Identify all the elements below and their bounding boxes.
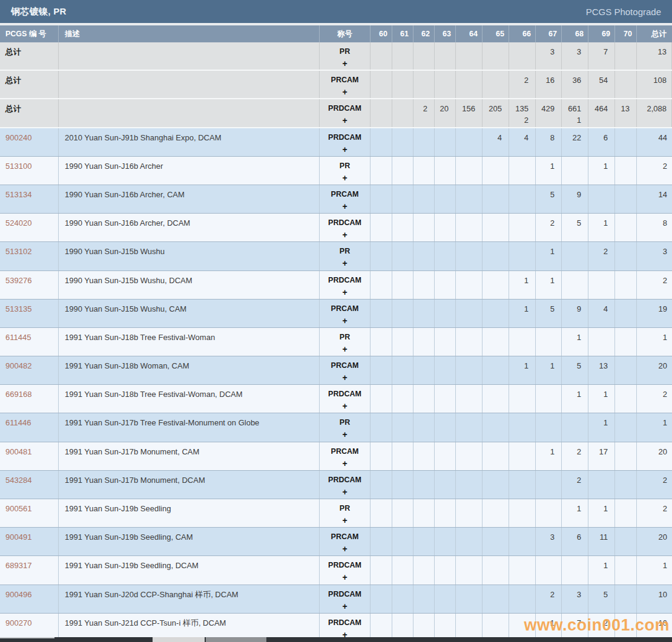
grade-count <box>413 214 434 218</box>
grade-cell <box>392 356 413 384</box>
pcgs-number-link[interactable]: 900240 <box>0 128 58 143</box>
designation-cell: PR+ <box>320 157 371 185</box>
grade-cell: 1 <box>509 271 536 299</box>
grade-cell <box>435 157 456 185</box>
pcgs-number-link[interactable]: 669168 <box>0 385 58 399</box>
row-description: 1990 Yuan Sun-J15b Wushu, CAM <box>59 300 319 314</box>
pcgs-number-link[interactable]: 900491 <box>0 528 58 542</box>
grade-count: 1 <box>588 157 614 171</box>
grade-count <box>456 71 482 75</box>
table-row: 6114461991 Yuan Sun-J17b Tree Festival-M… <box>0 413 672 442</box>
designation-label: PR <box>320 413 370 428</box>
total-cell: 19 <box>637 300 672 327</box>
total-cell: 8 <box>637 214 672 241</box>
pcgs-number-link[interactable]: 513135 <box>0 300 58 314</box>
grade-count <box>371 356 392 361</box>
total-cell: 1 <box>637 556 672 584</box>
total-cell: 1 <box>637 413 672 441</box>
grade-count <box>615 242 636 246</box>
pcgs-number-link[interactable]: 524020 <box>0 214 58 228</box>
grade-cell <box>483 185 509 213</box>
grade-cell <box>615 356 637 384</box>
grade-cell: 1 <box>588 556 615 584</box>
grade-cell <box>392 71 413 98</box>
grade-count <box>536 413 561 418</box>
grade-count: 2 <box>588 614 614 628</box>
pcgs-number-link[interactable]: 689317 <box>0 556 58 571</box>
grade-cell <box>413 42 435 70</box>
grade-cell <box>392 385 413 413</box>
grade-count <box>435 157 455 161</box>
header-cell-grade-64: 64 <box>456 25 483 42</box>
pcgs-number-link[interactable]: 900561 <box>0 499 58 514</box>
grade-cell: 205 <box>483 99 509 126</box>
header-cell-grade-61: 61 <box>392 25 413 42</box>
table-row: 9004961991 Yuan Sun-J20d CCP-Shanghai 样币… <box>0 585 672 614</box>
header-cell-grade-68: 68 <box>562 25 588 42</box>
pcgs-number-link[interactable]: 900270 <box>0 614 58 628</box>
grade-cell: 1 <box>536 271 562 299</box>
grade-count <box>536 499 561 503</box>
grade-count <box>435 185 455 189</box>
grade-count <box>371 585 392 589</box>
grade-cell: 13 <box>615 99 637 126</box>
grade-count <box>509 42 535 47</box>
designation-cell: PRCAM+ <box>320 71 371 98</box>
pcgs-number-link[interactable]: 513134 <box>0 185 58 200</box>
grade-cell: 13 <box>588 356 615 384</box>
row-description: 1991 Yuan Sun-J19b Seedling <box>59 499 319 514</box>
grade-cell <box>435 242 456 270</box>
designation-label: PR <box>320 42 370 57</box>
header-cell-grade-62: 62 <box>413 25 435 42</box>
grade-count: 1 <box>588 385 614 399</box>
description-cell: 1990 Yuan Sun-J16b Archer, CAM <box>59 185 320 213</box>
grade-cell: 1 <box>562 385 588 413</box>
pcgs-number-link[interactable]: 513102 <box>0 242 58 257</box>
grade-cell <box>413 471 435 499</box>
grade-count <box>509 528 535 532</box>
pcgs-number-link[interactable]: 900496 <box>0 585 58 600</box>
grade-count <box>483 385 509 389</box>
pcgs-number-link[interactable]: 539276 <box>0 271 58 286</box>
pcgs-number-link[interactable]: 611446 <box>0 413 58 428</box>
grade-count <box>371 271 392 275</box>
table-row: 9004811991 Yuan Sun-J17b Monument, CAMPR… <box>0 442 672 471</box>
grade-cell <box>509 442 536 470</box>
pcgs-number-link[interactable]: 900481 <box>0 442 58 457</box>
total-cell: 2 <box>637 471 672 499</box>
grade-cell <box>536 328 562 356</box>
grade-count <box>615 442 636 447</box>
header-cell-grade-70: 70 <box>615 25 637 42</box>
photograde-link[interactable]: PCGS Photograde <box>586 7 661 17</box>
designation-label: PRDCAM <box>320 99 370 114</box>
pcgs-number-link[interactable]: 543284 <box>0 471 58 485</box>
grade-count <box>392 42 413 47</box>
grade-cell <box>413 185 435 213</box>
grade-count <box>456 328 482 332</box>
grade-count <box>615 185 636 189</box>
grade-count <box>435 328 455 332</box>
grade-count: 135 <box>509 99 535 114</box>
grade-cell <box>435 385 456 413</box>
pcgs-number-link[interactable]: 513100 <box>0 157 58 171</box>
grade-cell <box>392 528 413 555</box>
grade-cell: 2 <box>562 442 588 470</box>
grade-cell <box>615 328 637 356</box>
pcgs-number-cell: 513135 <box>0 300 59 327</box>
plus-label: + <box>320 145 370 155</box>
header-cell-pcgs-number: PCGS 编 号 <box>0 25 59 42</box>
header-cell-grade-66: 66 <box>509 25 536 42</box>
grade-count <box>615 157 636 161</box>
grade-cell <box>615 556 637 584</box>
grade-cell: 8 <box>536 128 562 156</box>
grade-count <box>456 385 482 389</box>
pcgs-number-link[interactable]: 611445 <box>0 328 58 342</box>
grade-cell <box>536 385 562 413</box>
description-cell: 1991 Yuan Sun-J17b Monument, DCAM <box>59 471 320 499</box>
plus-label: + <box>320 487 370 497</box>
total-count: 20 <box>637 528 672 542</box>
grade-count <box>509 157 535 161</box>
total-label: 总计 <box>0 99 58 114</box>
row-description: 1990 Yuan Sun-J16b Archer, CAM <box>59 185 319 200</box>
pcgs-number-link[interactable]: 900482 <box>0 356 58 371</box>
